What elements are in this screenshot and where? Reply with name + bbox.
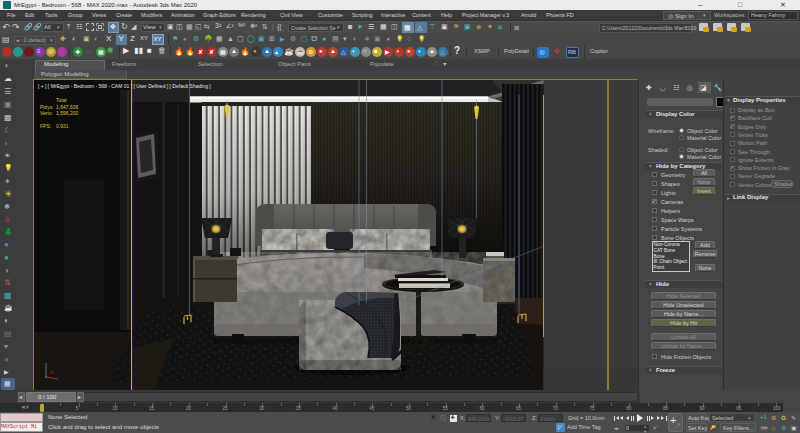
- svg-text:x: x: [50, 369, 53, 375]
